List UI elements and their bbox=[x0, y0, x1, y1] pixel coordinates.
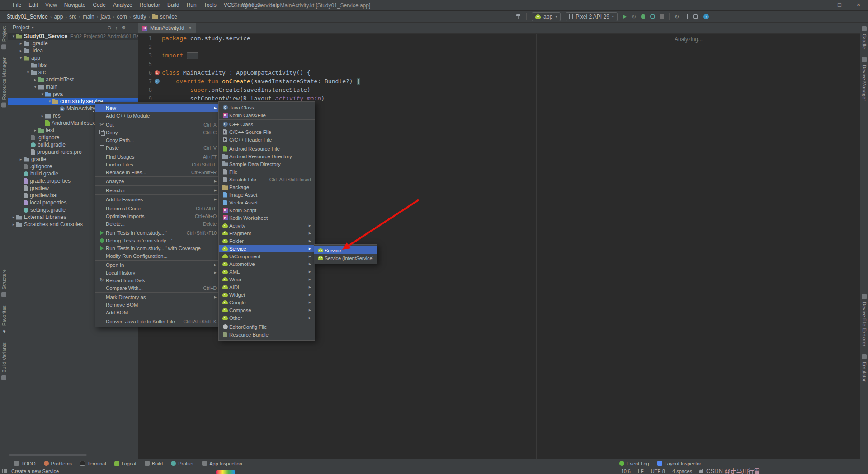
menu-item-image-asset[interactable]: Image Asset bbox=[219, 191, 315, 199]
menu-item-folder[interactable]: Folder▶ bbox=[219, 237, 315, 245]
minimize-button[interactable]: — bbox=[811, 0, 830, 10]
toolwindow-app-inspection[interactable]: App Inspection bbox=[198, 459, 246, 468]
indent-setting[interactable]: 4 spaces bbox=[672, 469, 692, 474]
menu-item-run-tests-in-com-study[interactable]: Run 'Tests in 'com.study....'Ctrl+Shift+… bbox=[95, 229, 220, 237]
line-number[interactable]: 7 bbox=[138, 78, 152, 85]
menu-item-sample-data-directory[interactable]: Sample Data Directory bbox=[219, 160, 315, 168]
device-manager-icon[interactable] bbox=[684, 14, 688, 19]
apply-changes-icon[interactable]: ↻ bbox=[632, 14, 636, 20]
line-number[interactable]: 2 bbox=[138, 44, 152, 50]
locate-icon[interactable]: ⊙ bbox=[107, 25, 111, 31]
stripe-device-manager[interactable]: Device Manager bbox=[862, 57, 867, 101]
toolwindow-switcher-icon[interactable] bbox=[2, 469, 7, 473]
menu-item-fragment[interactable]: Fragment▶ bbox=[219, 229, 315, 237]
run-button[interactable] bbox=[623, 14, 627, 19]
line-number[interactable]: 5 bbox=[138, 61, 152, 67]
stripe-resource-manager[interactable]: Resource Manager bbox=[1, 57, 7, 108]
menu-item-wear[interactable]: Wear▶ bbox=[219, 275, 315, 283]
hide-panel-icon[interactable]: — bbox=[129, 25, 134, 31]
stripe-structure[interactable]: Structure bbox=[1, 269, 7, 297]
tree-chevron-icon[interactable]: ▸ bbox=[18, 157, 24, 161]
settings-gear-icon[interactable]: ⚙ bbox=[121, 25, 126, 31]
code-line-3[interactable]: 3import ... bbox=[138, 51, 860, 60]
menu-item-c-c-header-file[interactable]: HC/C++ Header File bbox=[219, 136, 315, 143]
menu-build[interactable]: Build bbox=[164, 0, 183, 10]
stripe-build-variants[interactable]: Build Variants bbox=[1, 342, 7, 380]
menu-analyze[interactable]: Analyze bbox=[109, 0, 136, 10]
tree-chevron-icon[interactable]: ▾ bbox=[33, 85, 38, 89]
code-editor[interactable]: 1package com.study.service23import ...56… bbox=[138, 34, 860, 103]
menu-item-reformat-code[interactable]: Reformat CodeCtrl+Alt+L bbox=[95, 204, 220, 212]
tree-chevron-icon[interactable]: ▸ bbox=[11, 222, 16, 227]
search-everywhere-icon[interactable] bbox=[693, 14, 698, 19]
tree-chevron-icon[interactable]: ▸ bbox=[18, 48, 24, 53]
stripe-device-file-explorer[interactable]: Device File Explorer bbox=[862, 294, 867, 346]
breadcrumb-item-java[interactable]: java bbox=[99, 14, 112, 20]
menu-item-service[interactable]: Service bbox=[314, 246, 377, 254]
tree-chevron-icon[interactable]: ▸ bbox=[33, 77, 38, 82]
project-panel-title[interactable]: Project bbox=[13, 24, 29, 31]
menu-item-open-in[interactable]: Open In▶ bbox=[95, 261, 220, 269]
menu-item-run-tests-in-com-study-with-coverage[interactable]: Run 'Tests in 'com.study....' with Cover… bbox=[95, 244, 220, 252]
line-ending[interactable]: LF bbox=[638, 469, 644, 474]
toolwindow-todo[interactable]: TODO bbox=[10, 459, 40, 468]
menu-item-remove-bom[interactable]: Remove BOM bbox=[95, 301, 220, 308]
line-number[interactable]: 6 bbox=[138, 70, 152, 76]
breadcrumb-item-com[interactable]: com bbox=[115, 14, 128, 20]
sync-gradle-icon[interactable]: ↻ bbox=[675, 14, 679, 20]
tree-item-app[interactable]: ▾app bbox=[8, 54, 138, 62]
update-notification-icon[interactable]: ↑ bbox=[703, 14, 709, 19]
line-number[interactable]: 9 bbox=[138, 95, 152, 102]
menu-item-c-c-source-file[interactable]: CC/C++ Source File bbox=[219, 128, 315, 136]
menu-item-convert-java-file-to-kotlin-file[interactable]: Convert Java File to Kotlin FileCtrl+Alt… bbox=[95, 318, 220, 325]
menu-item-replace-in-files[interactable]: Replace in Files...Ctrl+Shift+R bbox=[95, 168, 220, 176]
build-hammer-icon[interactable] bbox=[515, 14, 521, 19]
breadcrumb-item-src[interactable]: src bbox=[68, 14, 78, 20]
menu-refactor[interactable]: Refactor bbox=[136, 0, 164, 10]
menu-item-package[interactable]: Package bbox=[219, 183, 315, 191]
code-line-8[interactable]: 8 super.onCreate(savedInstanceState) bbox=[138, 85, 860, 94]
menu-item-copy[interactable]: CopyCtrl+C bbox=[95, 128, 220, 136]
chevron-down-icon[interactable]: ▾ bbox=[32, 26, 33, 30]
menu-item-activity[interactable]: Activity▶ bbox=[219, 222, 315, 229]
stripe-project[interactable]: Project bbox=[1, 26, 7, 49]
menu-item-add-c-to-module[interactable]: Add C++ to Module bbox=[95, 112, 220, 119]
menu-item-find-in-files[interactable]: Find in Files...Ctrl+Shift+F bbox=[95, 161, 220, 168]
tree-item-main[interactable]: ▾main bbox=[8, 83, 138, 90]
menu-item-scratch-file[interactable]: Scratch FileCtrl+Alt+Shift+Insert bbox=[219, 175, 315, 183]
menu-run[interactable]: Run bbox=[183, 0, 200, 10]
menu-item-compare-with[interactable]: Compare With...Ctrl+D bbox=[95, 284, 220, 292]
debug-button[interactable] bbox=[641, 14, 645, 19]
menu-item-vector-asset[interactable]: Vector Asset bbox=[219, 199, 315, 206]
menu-item-service[interactable]: Service▶ bbox=[219, 245, 315, 252]
horizontal-scrollbar[interactable] bbox=[9, 454, 87, 456]
menu-item-mark-directory-as[interactable]: Mark Directory as▶ bbox=[95, 293, 220, 301]
menu-item-xml[interactable]: XML▶ bbox=[219, 268, 315, 275]
caret-position[interactable]: 10:6 bbox=[621, 469, 631, 474]
tree-chevron-icon[interactable]: ▾ bbox=[40, 92, 45, 96]
menu-item-kotlin-script[interactable]: KKotlin Script bbox=[219, 206, 315, 214]
menu-edit[interactable]: Edit bbox=[25, 0, 42, 10]
menu-file[interactable]: File bbox=[9, 0, 25, 10]
toolwindow-problems[interactable]: Problems bbox=[40, 459, 76, 468]
toolwindow-event-log[interactable]: Event Log bbox=[615, 459, 653, 468]
toolwindow-profiler[interactable]: Profiler bbox=[167, 459, 198, 468]
expand-collapse-icon[interactable]: ↕ bbox=[115, 25, 118, 31]
menu-item-c-class[interactable]: CC++ Class bbox=[219, 120, 315, 128]
line-number[interactable]: 1 bbox=[138, 35, 152, 42]
encoding[interactable]: UTF-8 bbox=[651, 469, 665, 474]
maximize-button[interactable]: □ bbox=[830, 0, 849, 10]
menu-item-debug-tests-in-com-study[interactable]: Debug 'Tests in 'com.study....' bbox=[95, 237, 220, 244]
stripe-gradle[interactable]: Gradle bbox=[862, 26, 867, 49]
menu-item-cut[interactable]: ✂CutCtrl+X bbox=[95, 121, 220, 128]
tab-mainactivity-kt[interactable]: K MainActivity.kt × bbox=[138, 23, 196, 33]
toolwindow-terminal[interactable]: Terminal bbox=[76, 459, 110, 468]
menu-item-android-resource-directory[interactable]: Android Resource Directory bbox=[219, 152, 315, 160]
tree-item-idea[interactable]: ▸.idea bbox=[8, 47, 138, 54]
tree-chevron-icon[interactable]: ▸ bbox=[40, 114, 45, 118]
tree-item-java[interactable]: ▾java bbox=[8, 90, 138, 98]
lock-icon[interactable] bbox=[699, 470, 703, 473]
menu-item-editorconfig-file[interactable]: EditorConfig File bbox=[219, 323, 315, 331]
menu-item-aidl[interactable]: AIDL▶ bbox=[219, 283, 315, 291]
close-button[interactable]: × bbox=[849, 0, 868, 10]
